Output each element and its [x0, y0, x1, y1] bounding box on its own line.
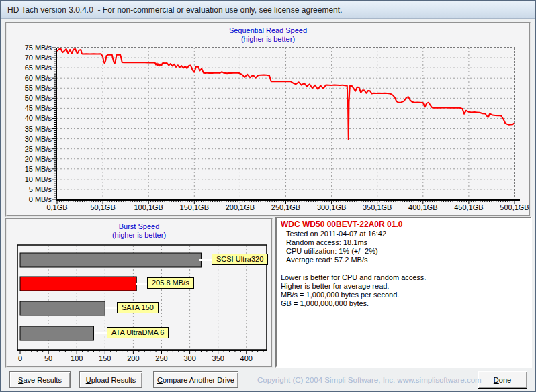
axis-tick-label: 0: [18, 354, 22, 362]
label-connector: [136, 283, 148, 285]
info-line-average-read: Average read: 57.2 MB/s: [281, 256, 528, 264]
title-bar[interactable]: HD Tach version 3.0.4.0 - For non-commer…: [1, 1, 535, 19]
upload-results-button[interactable]: Upload Results: [79, 371, 142, 388]
done-button[interactable]: Done: [478, 371, 527, 389]
axis-tick-label: 5 MB/s: [29, 185, 52, 193]
axis-tick-label: 100,1GB: [134, 203, 163, 211]
info-note-mbs: MB/s = 1,000,000 bytes per second.: [281, 291, 528, 299]
axis-tick-label: 30 MB/s: [25, 135, 52, 143]
axis-tick-label: 35 MB/s: [25, 125, 52, 133]
drive-info-panel: WDC WD50 00BEVT-22A0R 01.0 Tested on 201…: [275, 217, 532, 368]
axis-tick-label: 500,1GB: [500, 203, 529, 211]
axis-tick-label: 450,1GB: [454, 203, 483, 211]
axis-tick-label: 50,1GB: [90, 203, 115, 211]
burst-bar-1: [20, 277, 136, 291]
axis-tick-label: 10 MB/s: [25, 175, 52, 183]
bar-label-scsi-ultra320: SCSI Ultra320: [212, 254, 268, 265]
spacer: [281, 264, 528, 273]
axis-tick-label: 350: [212, 354, 224, 362]
label-connector: [199, 259, 212, 261]
axis-tick-label: 50: [44, 354, 52, 362]
sequential-read-panel: 0 MB/s5 MB/s10 MB/s15 MB/s20 MB/s25 MB/s…: [5, 22, 531, 217]
axis-tick-label: 75 MB/s: [25, 44, 52, 52]
axis-tick-label: 400: [240, 354, 253, 362]
axis-tick-label: 350,1GB: [363, 203, 392, 211]
label-connector: [95, 332, 107, 334]
window-title: HD Tach version 3.0.4.0 - For non-commer…: [1, 1, 535, 19]
burst-chart-subtitle: (higher is better): [7, 231, 271, 240]
label-connector: [105, 307, 118, 309]
axis-tick-label: 15 MB/s: [25, 165, 52, 173]
axis-tick-label: 50 MB/s: [25, 94, 52, 102]
axis-tick-label: 0,1GB: [46, 203, 67, 211]
seq-chart-title: Sequential Read Speed: [7, 26, 529, 35]
axis-tick-label: 65 MB/s: [25, 64, 52, 72]
sequential-read-chart: 0 MB/s5 MB/s10 MB/s15 MB/s20 MB/s25 MB/s…: [7, 23, 529, 215]
axis-tick-label: 45 MB/s: [25, 104, 52, 112]
axis-tick-label: 70 MB/s: [25, 54, 52, 62]
info-note-higher: Higher is better for average read.: [281, 282, 528, 291]
axis-tick-label: 60 MB/s: [25, 74, 52, 82]
axis-tick-label: 100: [71, 354, 83, 362]
bar-label-ata-ultradma6: ATA UltraDMA 6: [107, 327, 169, 338]
burst-speed-panel: 050100150200250300350400 Burst Speed (hi…: [5, 218, 273, 368]
axis-tick-label: 400,1GB: [408, 203, 437, 211]
axis-tick-label: 55 MB/s: [25, 84, 52, 92]
burst-speed-chart: 050100150200250300350400: [7, 219, 271, 366]
info-line-tested-on: Tested on 2011-04-07 at 16:42: [281, 230, 528, 238]
axis-tick-label: 200: [127, 354, 139, 362]
axis-tick-label: 300: [183, 354, 195, 362]
app-window: HD Tach version 3.0.4.0 - For non-commer…: [0, 0, 536, 392]
burst-bar-0: [20, 253, 201, 267]
burst-chart-title: Burst Speed: [7, 222, 271, 231]
bar-label-drive-burst-value: 205.8 MB/s: [147, 277, 194, 289]
burst-bar-2: [20, 301, 105, 315]
copyright-text: Copyright (C) 2004 Simpli Software, Inc.…: [257, 376, 482, 384]
info-note-gb: GB = 1,000,000,000 bytes.: [281, 299, 528, 308]
axis-tick-label: 150: [99, 354, 111, 362]
bar-label-sata-150: SATA 150: [117, 302, 159, 313]
info-line-cpu-utilization: CPU utilization: 1% (+/- 2%): [281, 247, 528, 256]
axis-tick-label: 300,1GB: [317, 203, 346, 211]
burst-bar-3: [20, 326, 93, 340]
drive-name: WDC WD50 00BEVT-22A0R 01.0: [281, 219, 528, 230]
save-results-button[interactable]: Save Results: [9, 371, 71, 388]
axis-tick-label: 250,1GB: [271, 203, 300, 211]
axis-tick-label: 20 MB/s: [25, 155, 52, 163]
info-note-lower: Lower is better for CPU and random acces…: [281, 273, 528, 282]
axis-tick-label: 150,1GB: [180, 203, 209, 211]
axis-tick-label: 40 MB/s: [25, 114, 52, 122]
axis-tick-label: 250: [155, 354, 167, 362]
info-line-random-access: Random access: 18.1ms: [281, 238, 528, 247]
axis-tick-label: 25 MB/s: [25, 145, 52, 153]
seq-chart-subtitle: (higher is better): [7, 35, 529, 44]
axis-tick-label: 0 MB/s: [29, 195, 52, 203]
axis-tick-label: 200,1GB: [226, 203, 255, 211]
compare-another-drive-button[interactable]: Compare Another Drive: [153, 371, 238, 388]
